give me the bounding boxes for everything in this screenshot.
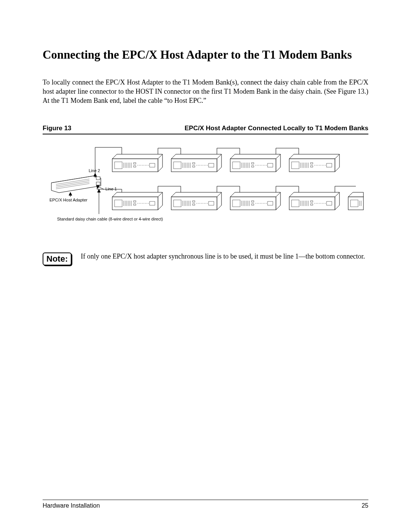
- note-callout: Note: If only one EPC/X host adapter syn…: [43, 252, 368, 265]
- svg-marker-127: [94, 173, 97, 176]
- intro-paragraph: To locally connect the EPC/X Host Adapte…: [43, 78, 368, 105]
- svg-rect-89: [193, 201, 195, 202]
- note-text: If only one EPC/X host adapter synchrono…: [81, 252, 365, 261]
- svg-marker-121: [348, 192, 363, 197]
- svg-rect-117: [311, 201, 313, 202]
- diagram-label-line2: Line 2: [89, 168, 100, 173]
- svg-rect-118: [311, 204, 313, 205]
- svg-rect-54: [292, 162, 299, 169]
- note-badge: Note:: [43, 252, 72, 265]
- svg-rect-120: [327, 201, 332, 205]
- svg-marker-79: [171, 192, 221, 197]
- svg-rect-78: [150, 201, 155, 205]
- svg-rect-50: [268, 163, 273, 167]
- page-footer: Hardware Installation 25: [43, 500, 368, 509]
- footer-page-number: 25: [362, 502, 368, 509]
- svg-rect-48: [252, 166, 254, 167]
- svg-rect-76: [134, 204, 136, 205]
- svg-rect-20: [134, 166, 136, 167]
- svg-rect-90: [193, 204, 195, 205]
- svg-rect-82: [174, 200, 181, 207]
- svg-marker-133: [97, 189, 100, 192]
- svg-marker-93: [230, 192, 280, 197]
- diagram-cable-caption: Standard daisy chain cable (8-wire direc…: [57, 217, 163, 221]
- svg-rect-36: [209, 163, 214, 167]
- svg-rect-61: [311, 163, 313, 164]
- svg-rect-40: [233, 162, 240, 169]
- svg-rect-106: [268, 201, 273, 205]
- svg-rect-96: [233, 200, 240, 207]
- svg-rect-64: [327, 163, 332, 167]
- figure-label: Figure 13: [43, 125, 72, 132]
- svg-marker-37: [230, 154, 280, 159]
- figure-header: Figure 13 EPC/X Host Adapter Connected L…: [43, 125, 368, 134]
- svg-rect-8: [96, 182, 100, 185]
- svg-marker-65: [112, 192, 162, 197]
- svg-rect-19: [134, 163, 136, 164]
- svg-marker-23: [171, 154, 221, 159]
- svg-rect-103: [252, 201, 254, 202]
- svg-rect-123: [350, 200, 358, 207]
- svg-rect-12: [115, 162, 122, 169]
- svg-rect-7: [96, 177, 100, 180]
- svg-rect-110: [292, 200, 299, 207]
- svg-rect-22: [150, 163, 155, 167]
- section-heading: Connecting the EPC/X Host Adapter to the…: [43, 48, 368, 62]
- svg-rect-34: [193, 166, 195, 167]
- diagram-label-adapter: EPC/X Host Adapter: [49, 198, 88, 202]
- figure-title: EPC/X Host Adapter Connected Locally to …: [185, 125, 368, 132]
- svg-rect-47: [252, 163, 254, 164]
- svg-rect-104: [252, 204, 254, 205]
- diagram-label-line1: Line 1: [105, 187, 117, 191]
- svg-marker-107: [289, 192, 339, 197]
- svg-rect-62: [311, 166, 313, 167]
- svg-rect-26: [174, 162, 181, 169]
- svg-marker-9: [112, 154, 162, 159]
- svg-rect-92: [209, 201, 214, 205]
- svg-marker-131: [69, 192, 72, 195]
- svg-marker-0: [51, 176, 101, 193]
- svg-rect-33: [193, 163, 195, 164]
- figure-diagram: Line 2 Line 1 EPC/X Host Adapter Standar…: [43, 140, 368, 229]
- svg-marker-51: [289, 154, 339, 159]
- svg-rect-75: [134, 201, 136, 202]
- svg-rect-68: [115, 200, 122, 207]
- footer-section: Hardware Installation: [43, 502, 100, 509]
